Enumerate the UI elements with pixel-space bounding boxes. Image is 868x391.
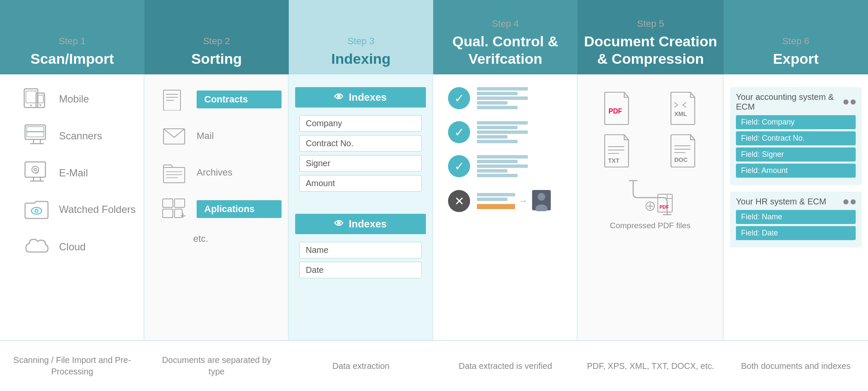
sort-item-archives: Archives <box>159 160 282 185</box>
field-company: Company <box>299 115 422 132</box>
contracts-bar: Contracts <box>197 91 282 108</box>
hr-system: Your HR system & ECM <box>736 197 856 207</box>
step3-title: Indexing <box>331 50 391 68</box>
step3-label: Step 3 <box>347 36 375 47</box>
svg-text:XML: XML <box>674 110 687 117</box>
step4-header: Step 4 Qual. Control & Verifcation <box>433 0 578 74</box>
compress-label: Compressed PDF files <box>610 221 690 230</box>
applications-doc-icon <box>159 197 189 221</box>
export-field-signer: Field: Signer <box>736 147 856 162</box>
applications-label: Aplications <box>204 204 255 215</box>
field-contract-no: Contract No. <box>299 135 422 152</box>
pdf-icon: PDF <box>588 91 646 125</box>
email-label: E-Mail <box>59 167 88 179</box>
txt-icon: TXT <box>588 134 646 168</box>
indexes-bar-2: 👁 Indexes <box>295 214 426 234</box>
qc-item-1: ✓ <box>448 87 528 109</box>
svg-rect-31 <box>163 209 173 218</box>
scan-item-email: E-Mail <box>23 161 137 184</box>
step4-label: Step 4 <box>492 18 519 29</box>
sort-items: Contracts Mail <box>151 87 282 244</box>
accounting-system: Your accounting system & ECM <box>736 92 856 112</box>
export-field-date: Field: Date <box>736 226 856 240</box>
mail-label: Mail <box>197 130 214 142</box>
step6-footer-text: Both documents and indexes <box>741 360 851 372</box>
doc-preview-2 <box>477 121 528 143</box>
step1-footer: Scanning / File Import and Pre-Processin… <box>0 341 144 391</box>
check-icon-2: ✓ <box>448 121 470 143</box>
eye-icon-1: 👁 <box>334 92 344 103</box>
step4-content: ✓ ✓ <box>433 74 578 340</box>
svg-point-18 <box>31 207 42 214</box>
eye-icon-2: 👁 <box>334 218 344 230</box>
export-field-company: Field: Company <box>736 115 856 129</box>
qc-item-2: ✓ <box>448 121 528 143</box>
arrow-to-person: → <box>519 196 528 207</box>
step1-footer-text: Scanning / File Import and Pre-Processin… <box>8 354 136 377</box>
svg-text:PDF: PDF <box>659 204 669 210</box>
step2-content: Contracts Mail <box>144 74 289 340</box>
step5-title: Document Creation & Compression <box>578 33 724 68</box>
index-fields-1: Company Contract No. Signer Amount <box>295 112 426 195</box>
svg-rect-29 <box>163 199 173 207</box>
export-group-hr: Your HR system & ECM Field: Name Field: … <box>730 192 862 247</box>
sort-item-etc: etc. <box>159 233 282 244</box>
field-name: Name <box>299 242 422 258</box>
step3-footer: Data extraction <box>289 341 433 391</box>
step6-footer: Both documents and indexes <box>724 341 868 391</box>
step3-footer-text: Data extraction <box>333 360 390 372</box>
step2-footer: Documents are separated by type <box>144 341 289 391</box>
step6-header: Step 6 Export <box>724 0 868 74</box>
step4-footer-text: Data extracted is verified <box>459 360 552 372</box>
step5-header: Step 5 Document Creation & Compression <box>578 0 724 74</box>
doctype-grid: PDF XML <box>584 87 716 172</box>
check-icon-3: ✓ <box>448 155 470 177</box>
export-field-amount: Field: Amount <box>736 164 856 178</box>
sort-item-applications: Aplications <box>159 197 282 221</box>
scan-item-scanners: Scanners <box>23 124 137 147</box>
indexes-bar-1: 👁 Indexes <box>295 87 426 108</box>
svg-text:PDF: PDF <box>609 108 622 115</box>
accounting-system-label: Your accounting system & ECM <box>736 92 843 112</box>
export-field-name: Field: Name <box>736 210 856 224</box>
accounting-dots <box>843 99 856 105</box>
step2-label: Step 2 <box>203 36 230 47</box>
person-icon <box>531 189 552 213</box>
step1-label: Step 1 <box>59 36 86 47</box>
applications-bar: Aplications <box>197 200 282 218</box>
qc-items: ✓ ✓ <box>440 87 570 213</box>
export-group-accounting: Your accounting system & ECM Field: Comp… <box>730 87 862 185</box>
index-fields-2: Name Date <box>295 238 426 282</box>
export-field-contract-no: Field: Contract No. <box>736 131 856 145</box>
step5-footer: PDF, XPS, XML, TXT, DOCX, etc. <box>578 341 724 391</box>
step6-title: Export <box>773 50 819 68</box>
email-icon <box>23 161 51 184</box>
indexes-label-1: Indexes <box>349 91 386 103</box>
index-section: 👁 Indexes Company Contract No. Signer Am… <box>295 87 426 282</box>
step3-header: Step 3 Indexing <box>289 0 433 74</box>
svg-point-2 <box>30 105 32 106</box>
step5-footer-text: PDF, XPS, XML, TXT, DOCX, etc. <box>587 360 714 372</box>
qc-item-3: ✓ <box>448 155 528 177</box>
svg-point-19 <box>35 210 38 212</box>
etc-label: etc. <box>193 233 208 244</box>
export-section: Your accounting system & ECM Field: Comp… <box>730 87 862 250</box>
step4-footer: Data extracted is verified <box>433 341 578 391</box>
watched-folders-label: Watched Folders <box>59 204 136 216</box>
step2-title: Sorting <box>192 50 242 68</box>
main-container: Step 1 Scan/Import Step 2 Sorting Step 3… <box>0 0 868 391</box>
hr-system-label: Your HR system & ECM <box>736 197 826 207</box>
field-date: Date <box>299 262 422 278</box>
scan-item-mobile: Mobile <box>23 87 137 110</box>
svg-rect-25 <box>163 167 185 183</box>
contracts-doc-icon <box>159 87 189 112</box>
content-row: Mobile <box>0 74 868 340</box>
scan-item-watched-folders: Watched Folders <box>23 198 137 221</box>
sort-item-contracts: Contracts <box>159 87 282 112</box>
cloud-icon <box>23 235 51 258</box>
cross-icon: ✕ <box>448 190 470 212</box>
step1-content: Mobile <box>0 74 144 340</box>
compress-section: PDF Compressed PDF files <box>610 176 690 230</box>
step2-footer-text: Documents are separated by type <box>153 354 280 377</box>
qc-item-cross: ✕ → <box>448 189 552 213</box>
